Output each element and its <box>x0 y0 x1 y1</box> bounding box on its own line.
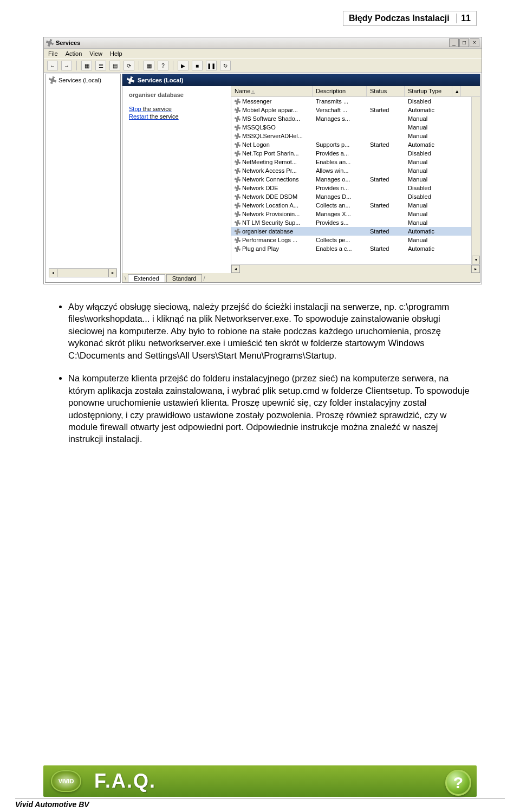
service-description <box>313 124 367 131</box>
stop-service-link[interactable]: Stop the service <box>129 106 224 112</box>
service-row[interactable]: Network Location A...Collects an...Start… <box>231 201 471 210</box>
service-row[interactable]: Network Provisionin...Manages X...Manual <box>231 210 471 218</box>
service-status: Started <box>367 228 405 235</box>
help-icon[interactable]: ? <box>445 770 471 796</box>
menu-file[interactable]: File <box>48 50 58 57</box>
title-bar[interactable]: Services _ □ × <box>44 37 482 49</box>
menu-view[interactable]: View <box>89 50 102 57</box>
service-row[interactable]: Network DDE DSDMManages D...Disabled <box>231 192 471 201</box>
selected-service-name: organiser database <box>129 92 224 98</box>
service-name: MS Software Shado... <box>242 115 300 122</box>
service-startup: Disabled <box>405 150 452 157</box>
service-row[interactable]: organiser databaseStartedAutomatic <box>231 227 471 236</box>
service-row[interactable]: MSSQL$GOManual <box>231 123 471 132</box>
service-row[interactable]: Net LogonSupports p...StartedAutomatic <box>231 140 471 149</box>
service-row[interactable]: Network DDEProvides n...Disabled <box>231 184 471 192</box>
service-name: Messenger <box>242 98 271 105</box>
properties-button[interactable]: ☰ <box>95 61 106 70</box>
gear-icon <box>49 76 56 84</box>
panel-header: Services (Local) <box>122 74 480 86</box>
tab-standard[interactable]: Standard <box>166 274 203 282</box>
export-button[interactable]: ▤ <box>109 61 120 70</box>
service-status <box>367 210 405 218</box>
service-row[interactable]: MessengerTransmits ...Disabled <box>231 97 471 106</box>
service-name: Network Provisionin... <box>242 211 300 217</box>
gear-icon <box>235 99 240 105</box>
gear-icon <box>235 229 240 235</box>
forward-button[interactable]: → <box>61 61 72 70</box>
scrollbar-track[interactable] <box>57 269 108 277</box>
service-row[interactable]: Network Access Pr...Allows win...Manual <box>231 166 471 175</box>
service-row[interactable]: Performance Logs ...Collects pe...Manual <box>231 236 471 244</box>
stop-button[interactable]: ■ <box>192 61 203 70</box>
col-description[interactable]: Description <box>313 86 367 96</box>
list-header: Name△ Description Status Startup Type ▴ <box>231 86 480 97</box>
close-button[interactable]: × <box>470 38 479 47</box>
restart-button[interactable]: ↻ <box>220 61 231 70</box>
pause-button[interactable]: ❚❚ <box>206 61 217 70</box>
toolbar-button[interactable]: ▦ <box>144 61 154 70</box>
toolbar-button[interactable]: ▦ <box>81 61 92 70</box>
col-status[interactable]: Status <box>367 86 405 96</box>
col-startup-type[interactable]: Startup Type <box>405 86 452 96</box>
gear-icon <box>235 168 240 174</box>
service-row[interactable]: MS Software Shado...Manages s...Manual <box>231 114 471 123</box>
play-button[interactable]: ▶ <box>178 61 188 70</box>
scroll-right-button[interactable]: ▸ <box>108 269 117 277</box>
refresh-button[interactable]: ⟳ <box>123 61 134 70</box>
horizontal-scrollbar[interactable]: ◂ ▸ <box>231 264 480 273</box>
scroll-left-button[interactable]: ◂ <box>231 265 240 273</box>
vivid-logo: VIVID <box>51 770 81 792</box>
menu-help[interactable]: Help <box>110 50 122 57</box>
service-startup: Manual <box>405 132 452 140</box>
minimize-button[interactable]: _ <box>449 38 459 47</box>
gear-icon <box>235 125 240 131</box>
service-description: Enables a c... <box>313 245 367 252</box>
maximize-button[interactable]: □ <box>459 38 469 47</box>
scroll-down-button[interactable]: ▾ <box>472 256 480 264</box>
service-name: Network Location A... <box>242 202 298 209</box>
service-status <box>367 193 405 200</box>
gear-icon <box>235 194 240 200</box>
restart-service-link[interactable]: Restart the service <box>129 113 224 120</box>
service-row[interactable]: NetMeeting Remot...Enables an...Manual <box>231 158 471 166</box>
footer: VIVID F.A.Q. ? <box>43 765 477 797</box>
scroll-right-button[interactable]: ▸ <box>471 265 480 273</box>
gear-icon <box>235 211 240 217</box>
vertical-scrollbar[interactable]: ▾ <box>471 97 480 264</box>
service-description: Verschaft ... <box>313 106 367 114</box>
gear-icon <box>235 133 240 139</box>
service-startup: Manual <box>405 176 452 183</box>
service-status <box>367 115 405 122</box>
scroll-up-button[interactable]: ▴ <box>452 86 461 96</box>
services-window: Services _ □ × File Action View Help ← →… <box>43 37 482 284</box>
service-startup: Automatic <box>405 245 452 252</box>
service-startup: Automatic <box>405 141 452 148</box>
service-status: Started <box>367 141 405 148</box>
back-button[interactable]: ← <box>47 61 58 70</box>
service-row[interactable]: Network ConnectionsManages o...StartedMa… <box>231 175 471 184</box>
service-startup: Disabled <box>405 98 452 105</box>
service-description: Provides s... <box>313 219 367 226</box>
detail-pane: organiser database Stop the service Rest… <box>122 86 231 273</box>
gear-icon <box>235 159 240 165</box>
service-name: Network DDE <box>242 185 278 191</box>
service-row[interactable]: NT LM Security Sup...Provides s...Manual <box>231 218 471 227</box>
gear-icon <box>235 142 240 148</box>
col-name[interactable]: Name△ <box>231 86 313 96</box>
service-row[interactable]: Mobiel Apple appar...Verschaft ...Starte… <box>231 106 471 114</box>
help-toolbar-button[interactable]: ? <box>158 61 168 70</box>
scroll-left-button[interactable]: ◂ <box>49 269 57 277</box>
service-name: Network Access Pr... <box>242 167 297 174</box>
services-list: Name△ Description Status Startup Type ▴ … <box>231 86 480 273</box>
service-name: Net Logon <box>242 141 270 148</box>
service-startup: Manual <box>405 158 452 166</box>
tab-extended[interactable]: Extended <box>128 274 165 282</box>
tree-root[interactable]: Services (Local) <box>58 77 101 83</box>
service-row[interactable]: Plug and PlayEnables a c...StartedAutoma… <box>231 244 471 253</box>
service-name: organiser database <box>242 228 293 235</box>
menu-action[interactable]: Action <box>66 50 82 57</box>
service-row[interactable]: Net.Tcp Port Sharin...Provides a...Disab… <box>231 149 471 158</box>
service-row[interactable]: MSSQLServerADHel...Manual <box>231 132 471 140</box>
service-status <box>367 184 405 192</box>
